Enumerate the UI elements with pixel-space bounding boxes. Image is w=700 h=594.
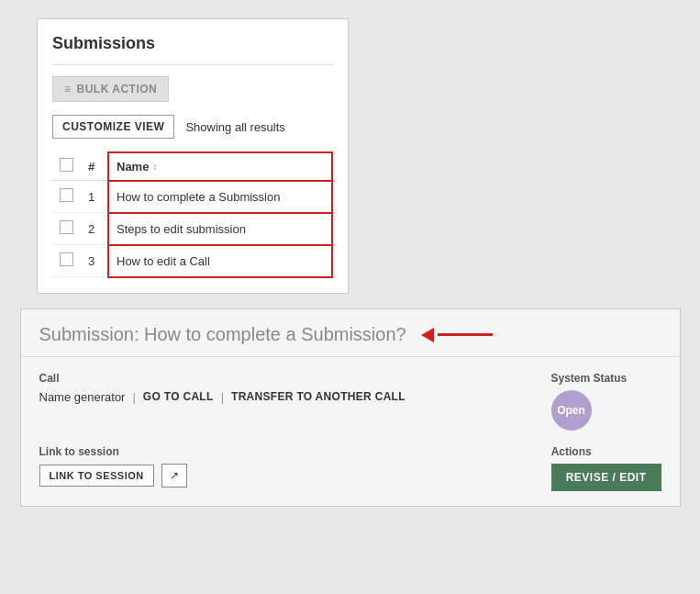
bulk-action-icon: ≡ bbox=[64, 83, 72, 95]
name-column-label: Name bbox=[117, 160, 149, 174]
bottom-title: Submission: How to complete a Submission… bbox=[39, 324, 406, 345]
bulk-action-label: BULK ACTION bbox=[77, 83, 158, 95]
call-label: Call bbox=[39, 372, 406, 385]
link-session-row: LINK TO SESSION ↗ bbox=[39, 464, 187, 488]
table-row: 3 How to edit a Call bbox=[52, 245, 332, 277]
external-link-icon: ↗ bbox=[170, 469, 179, 482]
row3-number: 3 bbox=[81, 245, 108, 277]
system-status-section: System Status Open bbox=[551, 372, 661, 431]
header-number: # bbox=[81, 152, 108, 181]
row2-name[interactable]: Steps to edit submission bbox=[108, 213, 332, 245]
table-row: 2 Steps to edit submission bbox=[52, 213, 332, 245]
red-arrow bbox=[421, 326, 493, 342]
header-checkbox[interactable] bbox=[60, 158, 73, 172]
panel-title: Submissions bbox=[52, 34, 333, 53]
row3-checkbox[interactable] bbox=[60, 252, 73, 266]
customize-row: CUSTOMIZE VIEW Showing all results bbox=[52, 115, 333, 139]
pipe2: | bbox=[221, 390, 224, 404]
sort-icon[interactable]: ↕ bbox=[152, 162, 157, 172]
bottom-panel: Submission: How to complete a Submission… bbox=[20, 308, 681, 507]
call-section: Call Name generator | GO TO CALL | TRANS… bbox=[39, 372, 661, 431]
link-to-session-button[interactable]: LINK TO SESSION bbox=[39, 465, 154, 487]
bottom-header: Submission: How to complete a Submission… bbox=[21, 309, 680, 357]
link-session-label: Link to session bbox=[39, 445, 187, 458]
status-badge: Open bbox=[551, 390, 592, 431]
row3-name[interactable]: How to edit a Call bbox=[108, 245, 332, 277]
row1-checkbox-cell bbox=[52, 181, 81, 213]
row2-number: 2 bbox=[81, 213, 108, 245]
call-name: Name generator bbox=[39, 390, 126, 404]
top-panel: Submissions ≡ BULK ACTION CUSTOMIZE VIEW… bbox=[37, 18, 349, 294]
table-header-row: # Name ↕ bbox=[52, 152, 332, 181]
header-checkbox-cell bbox=[52, 152, 81, 181]
row1-number: 1 bbox=[81, 181, 108, 213]
arrow-head bbox=[421, 328, 434, 342]
bottom-content: Call Name generator | GO TO CALL | TRANS… bbox=[21, 357, 680, 506]
showing-text: Showing all results bbox=[185, 120, 284, 134]
row1-name[interactable]: How to complete a Submission bbox=[108, 181, 332, 213]
link-session-section: Link to session LINK TO SESSION ↗ Action… bbox=[39, 445, 661, 491]
actions-label: Actions bbox=[551, 445, 592, 458]
actions-section: Actions REVISE / EDIT bbox=[551, 445, 661, 491]
revise-edit-button[interactable]: REVISE / EDIT bbox=[551, 464, 661, 491]
table-body: 1 How to complete a Submission 2 Steps t… bbox=[52, 181, 332, 277]
table-row: 1 How to complete a Submission bbox=[52, 181, 332, 213]
row3-checkbox-cell bbox=[52, 245, 81, 277]
row2-checkbox[interactable] bbox=[60, 220, 73, 234]
row2-checkbox-cell bbox=[52, 213, 81, 245]
customize-view-button[interactable]: CUSTOMIZE VIEW bbox=[52, 115, 174, 139]
bulk-action-button[interactable]: ≡ BULK ACTION bbox=[52, 76, 169, 102]
call-row: Name generator | GO TO CALL | TRANSFER T… bbox=[39, 390, 406, 404]
link-session-left: Link to session LINK TO SESSION ↗ bbox=[39, 445, 187, 488]
transfer-to-another-call-link[interactable]: TRANSFER TO ANOTHER CALL bbox=[231, 390, 406, 403]
header-name: Name ↕ bbox=[108, 152, 332, 181]
submissions-table: # Name ↕ 1 How to complete a Submission bbox=[52, 151, 333, 278]
system-status-label: System Status bbox=[551, 372, 628, 385]
row1-checkbox[interactable] bbox=[60, 188, 73, 202]
divider bbox=[52, 64, 333, 65]
go-to-call-link[interactable]: GO TO CALL bbox=[143, 390, 214, 403]
call-left: Call Name generator | GO TO CALL | TRANS… bbox=[39, 372, 406, 404]
pipe1: | bbox=[132, 390, 135, 404]
arrow-line bbox=[438, 333, 493, 336]
external-link-button[interactable]: ↗ bbox=[161, 464, 187, 488]
